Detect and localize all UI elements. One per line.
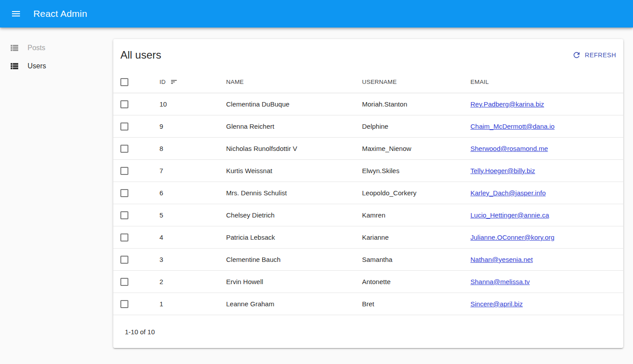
pagination-bar: 1-10 of 10 — [113, 315, 623, 348]
cell-id: 2 — [154, 278, 222, 285]
table-row: 5 Chelsey Dietrich Kamren Lucio_Hettinge… — [113, 204, 623, 226]
column-header-name[interactable]: NAME — [222, 79, 358, 85]
view-list-icon — [9, 61, 20, 71]
row-select-cell — [113, 123, 154, 131]
hamburger-menu-button[interactable] — [5, 3, 27, 24]
cell-id: 5 — [154, 211, 222, 219]
cell-email: Rey.Padberg@karina.biz — [467, 100, 623, 108]
cell-email: Chaim_McDermott@dana.io — [467, 123, 623, 130]
cell-id: 8 — [154, 145, 222, 152]
main-content: All users REFRESH ID — [107, 28, 633, 348]
cell-id: 1 — [154, 300, 222, 308]
cell-email: Julianne.OConner@kory.org — [467, 233, 623, 241]
row-checkbox[interactable] — [120, 100, 128, 108]
cell-username: Leopoldo_Corkery — [358, 189, 467, 197]
table-body: 10 Clementina DuBuque Moriah.Stanton Rey… — [113, 93, 623, 315]
cell-email: Lucio_Hettinger@annie.ca — [467, 211, 623, 219]
cell-username: Bret — [358, 300, 467, 308]
cell-username: Karianne — [358, 233, 467, 241]
column-header-id[interactable]: ID — [154, 78, 222, 86]
table-header-row: ID NAME USERNAME EMAIL — [113, 71, 623, 93]
cell-name: Kurtis Weissnat — [222, 167, 358, 174]
email-link[interactable]: Nathan@yesenia.net — [470, 256, 533, 263]
card-header: All users REFRESH — [113, 39, 623, 71]
row-checkbox[interactable] — [120, 300, 128, 308]
email-link[interactable]: Rey.Padberg@karina.biz — [470, 100, 544, 108]
row-select-cell — [113, 189, 154, 197]
cell-username: Elwyn.Skiles — [358, 167, 467, 174]
email-link[interactable]: Chaim_McDermott@dana.io — [470, 123, 554, 130]
cell-username: Antonette — [358, 278, 467, 285]
refresh-button[interactable]: REFRESH — [569, 47, 620, 63]
row-select-cell — [113, 211, 154, 219]
row-checkbox[interactable] — [120, 233, 128, 241]
table-row: 1 Leanne Graham Bret Sincere@april.biz — [113, 293, 623, 315]
page-title: All users — [120, 49, 161, 61]
table-row: 6 Mrs. Dennis Schulist Leopoldo_Corkery … — [113, 182, 623, 204]
cell-name: Chelsey Dietrich — [222, 211, 358, 219]
cell-name: Mrs. Dennis Schulist — [222, 189, 358, 197]
email-link[interactable]: Shanna@melissa.tv — [470, 278, 530, 285]
select-all-cell — [113, 78, 154, 86]
hamburger-menu-icon — [11, 8, 21, 19]
column-header-email[interactable]: EMAIL — [467, 79, 623, 85]
refresh-button-label: REFRESH — [585, 51, 616, 59]
view-list-icon — [9, 43, 20, 53]
pagination-range-label: 1-10 of 10 — [125, 328, 155, 336]
cell-username: Kamren — [358, 211, 467, 219]
row-select-cell — [113, 100, 154, 108]
cell-email: Telly.Hoeger@billy.biz — [467, 167, 623, 174]
email-link[interactable]: Telly.Hoeger@billy.biz — [470, 167, 535, 174]
cell-email: Sherwood@rosamond.me — [467, 145, 623, 152]
row-checkbox[interactable] — [120, 145, 128, 153]
sidebar-item-label: Posts — [28, 44, 45, 52]
sidebar-item-posts[interactable]: Posts — [0, 39, 107, 57]
cell-email: Shanna@melissa.tv — [467, 278, 623, 285]
cell-id: 7 — [154, 167, 222, 174]
email-link[interactable]: Sherwood@rosamond.me — [470, 145, 548, 152]
row-select-cell — [113, 233, 154, 241]
select-all-checkbox[interactable] — [120, 78, 128, 86]
email-link[interactable]: Julianne.OConner@kory.org — [470, 233, 554, 241]
row-select-cell — [113, 300, 154, 308]
cell-name: Ervin Howell — [222, 278, 358, 285]
cell-username: Delphine — [358, 123, 467, 130]
refresh-icon — [572, 51, 581, 59]
sort-descending-icon — [170, 78, 178, 86]
column-header-label: ID — [159, 79, 166, 85]
row-checkbox[interactable] — [120, 189, 128, 197]
cell-id: 10 — [154, 100, 222, 108]
cell-id: 3 — [154, 256, 222, 263]
table-row: 10 Clementina DuBuque Moriah.Stanton Rey… — [113, 93, 623, 115]
row-checkbox[interactable] — [120, 167, 128, 175]
row-checkbox[interactable] — [120, 123, 128, 131]
cell-email: Sincere@april.biz — [467, 300, 623, 308]
email-link[interactable]: Sincere@april.biz — [470, 300, 523, 308]
cell-name: Clementina DuBuque — [222, 100, 358, 108]
email-link[interactable]: Karley_Dach@jasper.info — [470, 189, 545, 197]
cell-id: 6 — [154, 189, 222, 197]
column-header-username[interactable]: USERNAME — [358, 79, 467, 85]
sidebar-item-users[interactable]: Users — [0, 57, 107, 75]
cell-username: Maxime_Nienow — [358, 145, 467, 152]
table-row: 8 Nicholas Runolfsdottir V Maxime_Nienow… — [113, 138, 623, 160]
table-row: 7 Kurtis Weissnat Elwyn.Skiles Telly.Hoe… — [113, 160, 623, 182]
sidebar: Posts Users — [0, 28, 107, 75]
email-link[interactable]: Lucio_Hettinger@annie.ca — [470, 211, 549, 219]
table-row: 3 Clementine Bauch Samantha Nathan@yesen… — [113, 249, 623, 271]
cell-email: Nathan@yesenia.net — [467, 256, 623, 263]
table-row: 2 Ervin Howell Antonette Shanna@melissa.… — [113, 271, 623, 293]
sidebar-item-label: Users — [28, 62, 46, 70]
table-row: 9 Glenna Reichert Delphine Chaim_McDermo… — [113, 115, 623, 138]
row-checkbox[interactable] — [120, 256, 128, 264]
users-list-card: All users REFRESH ID — [113, 39, 623, 348]
cell-username: Moriah.Stanton — [358, 100, 467, 108]
row-checkbox[interactable] — [120, 278, 128, 286]
row-select-cell — [113, 256, 154, 264]
cell-name: Clementine Bauch — [222, 256, 358, 263]
app-title: React Admin — [33, 8, 87, 19]
row-checkbox[interactable] — [120, 211, 128, 219]
cell-name: Leanne Graham — [222, 300, 358, 308]
cell-id: 4 — [154, 233, 222, 241]
app-bar: React Admin — [0, 0, 633, 28]
